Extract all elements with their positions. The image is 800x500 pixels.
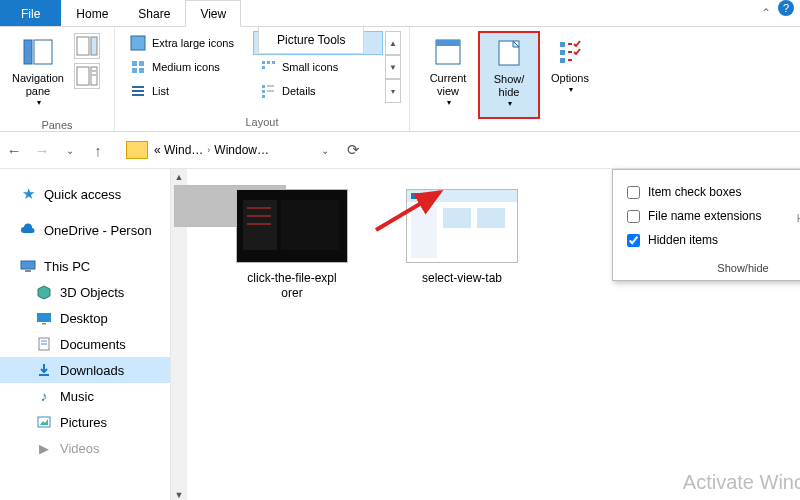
scroll-down-icon[interactable]: ▼ bbox=[171, 487, 187, 500]
svg-rect-17 bbox=[262, 66, 265, 69]
cube-icon bbox=[36, 284, 52, 300]
show-hide-button[interactable]: Show/ hide▾ bbox=[478, 31, 540, 119]
breadcrumb[interactable]: « Wind…›Window… bbox=[152, 143, 271, 157]
svg-rect-37 bbox=[42, 323, 46, 325]
sidebar-item-videos[interactable]: ▶Videos bbox=[0, 435, 170, 461]
layout-list[interactable]: List bbox=[123, 79, 253, 103]
watermark: Activate Winc bbox=[683, 471, 800, 494]
svg-rect-15 bbox=[267, 61, 270, 64]
sidebar-item-music[interactable]: ♪Music bbox=[0, 383, 170, 409]
svg-rect-41 bbox=[39, 374, 49, 376]
music-icon: ♪ bbox=[36, 388, 52, 404]
sidebar-item-this-pc[interactable]: This PC bbox=[0, 253, 170, 279]
details-pane-button[interactable] bbox=[74, 63, 100, 89]
svg-marker-35 bbox=[38, 286, 50, 299]
svg-rect-52 bbox=[411, 193, 427, 199]
cloud-icon bbox=[20, 222, 36, 238]
svg-rect-27 bbox=[436, 40, 460, 46]
address-bar: ← → ⌄ ↑ « Wind…›Window… ⌄ ⟳ bbox=[0, 132, 800, 169]
svg-rect-25 bbox=[262, 95, 265, 98]
layout-medium-icons[interactable]: Medium icons bbox=[123, 55, 253, 79]
back-button[interactable]: ← bbox=[0, 136, 28, 164]
panel-group-label: Show/hide bbox=[623, 262, 800, 274]
svg-rect-3 bbox=[91, 37, 97, 55]
file-item[interactable]: click-the-file-expl orer bbox=[227, 189, 357, 301]
navigation-pane-button[interactable]: Navigation pane▾ bbox=[8, 31, 68, 117]
video-icon: ▶ bbox=[36, 440, 52, 456]
svg-rect-13 bbox=[139, 68, 144, 73]
sidebar-item-desktop[interactable]: Desktop bbox=[0, 305, 170, 331]
star-icon: ★ bbox=[20, 186, 36, 202]
desktop-icon bbox=[36, 310, 52, 326]
preview-pane-button[interactable] bbox=[74, 33, 100, 59]
svg-rect-10 bbox=[132, 61, 137, 66]
tab-file[interactable]: File bbox=[0, 0, 61, 26]
tab-view[interactable]: View bbox=[185, 0, 241, 27]
file-name: click-the-file-expl orer bbox=[247, 271, 336, 301]
sidebar-item-pictures[interactable]: Pictures bbox=[0, 409, 170, 435]
tab-picture-tools[interactable]: Picture Tools bbox=[258, 27, 364, 54]
hide-selected-items-button[interactable]: Hide selected items bbox=[795, 174, 800, 236]
layout-extra-large-icons[interactable]: Extra large icons bbox=[123, 31, 253, 55]
svg-rect-31 bbox=[560, 50, 565, 55]
svg-rect-1 bbox=[34, 40, 52, 64]
file-item[interactable]: select-view-tab bbox=[397, 189, 527, 301]
nav-pane: ★Quick access OneDrive - Person This PC … bbox=[0, 169, 171, 500]
svg-rect-30 bbox=[560, 42, 565, 47]
svg-rect-4 bbox=[77, 67, 89, 85]
hidden-items-checkbox[interactable]: Hidden items bbox=[623, 228, 800, 252]
minimize-ribbon-chevron[interactable]: ⌃ bbox=[754, 0, 778, 26]
thumbnail bbox=[406, 189, 518, 263]
svg-rect-32 bbox=[560, 58, 565, 63]
sidebar-scrollbar[interactable]: ▲ ▼ bbox=[171, 169, 187, 500]
tab-share[interactable]: Share bbox=[123, 0, 185, 26]
group-label-panes: Panes bbox=[41, 117, 72, 134]
sidebar-item-3d-objects[interactable]: 3D Objects bbox=[0, 279, 170, 305]
svg-rect-34 bbox=[25, 270, 31, 272]
svg-rect-8 bbox=[131, 36, 145, 50]
file-name: select-view-tab bbox=[422, 271, 502, 286]
sidebar-item-downloads[interactable]: Downloads bbox=[0, 357, 170, 383]
sidebar-item-documents[interactable]: Documents bbox=[0, 331, 170, 357]
group-panes: Navigation pane▾ Panes bbox=[0, 27, 115, 131]
item-check-boxes-checkbox[interactable]: Item check boxes bbox=[623, 180, 800, 204]
file-list: click-the-file-expl orer select-view-tab… bbox=[187, 169, 800, 500]
layout-scroll-down-icon[interactable]: ▼ bbox=[385, 55, 401, 79]
svg-rect-5 bbox=[91, 67, 97, 85]
up-button[interactable]: ↑ bbox=[84, 136, 112, 164]
thumbnail bbox=[236, 189, 348, 263]
sidebar-item-onedrive[interactable]: OneDrive - Person bbox=[0, 217, 170, 243]
group-label-layout: Layout bbox=[245, 114, 278, 131]
breadcrumb-dropdown-icon[interactable]: ⌄ bbox=[311, 136, 339, 164]
svg-rect-53 bbox=[411, 206, 437, 258]
layout-details[interactable]: Details bbox=[253, 79, 383, 103]
svg-rect-49 bbox=[281, 200, 339, 250]
svg-rect-12 bbox=[132, 68, 137, 73]
file-name-extensions-checkbox[interactable]: File name extensions bbox=[623, 204, 800, 228]
svg-rect-14 bbox=[262, 61, 265, 64]
svg-rect-16 bbox=[272, 61, 275, 64]
ribbon-view: Navigation pane▾ Panes Extra large icons… bbox=[0, 27, 800, 132]
sidebar-item-quick-access[interactable]: ★Quick access bbox=[0, 181, 170, 207]
svg-rect-23 bbox=[262, 90, 265, 93]
svg-rect-11 bbox=[139, 61, 144, 66]
options-button[interactable]: Options▾ bbox=[540, 31, 600, 117]
svg-rect-55 bbox=[477, 208, 505, 228]
picture-icon bbox=[36, 414, 52, 430]
history-dropdown-icon[interactable]: ⌄ bbox=[56, 136, 84, 164]
layout-expand-icon[interactable]: ▾ bbox=[385, 79, 401, 103]
help-icon[interactable]: ? bbox=[778, 0, 794, 16]
current-view-button[interactable]: Current view▾ bbox=[418, 31, 478, 117]
refresh-button[interactable]: ⟳ bbox=[339, 136, 367, 164]
svg-rect-21 bbox=[262, 85, 265, 88]
pc-icon bbox=[20, 258, 36, 274]
layout-small-icons[interactable]: Small icons bbox=[253, 55, 383, 79]
tab-home[interactable]: Home bbox=[61, 0, 123, 26]
folder-icon bbox=[126, 141, 148, 159]
svg-rect-2 bbox=[77, 37, 89, 55]
scroll-up-icon[interactable]: ▲ bbox=[171, 169, 187, 185]
layout-scroll-up-icon[interactable]: ▲ bbox=[385, 31, 401, 55]
svg-rect-0 bbox=[24, 40, 32, 64]
forward-button[interactable]: → bbox=[28, 136, 56, 164]
svg-rect-54 bbox=[443, 208, 471, 228]
